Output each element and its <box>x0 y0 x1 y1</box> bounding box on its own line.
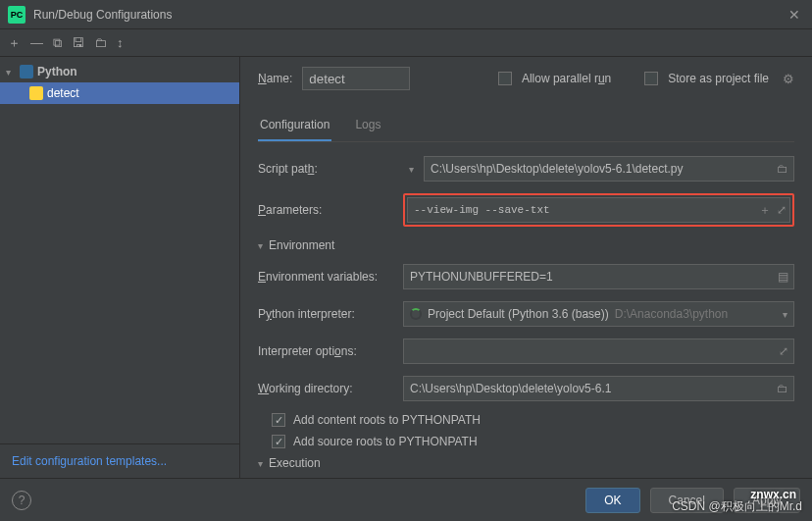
tree-item-label: detect <box>47 86 79 100</box>
config-toolbar: ＋ — ⧉ 🖫 🗀 ↕ <box>0 29 812 57</box>
store-project-checkbox[interactable] <box>644 72 658 85</box>
add-param-icon[interactable]: ＋ <box>759 202 771 219</box>
gear-icon[interactable]: ⚙ <box>783 72 794 86</box>
name-input[interactable] <box>302 67 410 90</box>
folder-icon[interactable]: 🗀 <box>94 35 107 50</box>
python-icon <box>20 65 33 78</box>
chevron-down-icon: ▾ <box>6 67 16 78</box>
copy-icon[interactable]: ⧉ <box>53 35 62 51</box>
working-dir-input[interactable] <box>403 376 794 401</box>
pycharm-logo-icon: PC <box>8 6 25 24</box>
tree-root-label: Python <box>37 65 77 78</box>
ok-button[interactable]: OK <box>585 488 639 513</box>
config-tree: ▾ Python detect <box>0 57 239 443</box>
save-icon[interactable]: 🖫 <box>72 35 84 50</box>
expand-icon[interactable]: ⤢ <box>777 203 787 217</box>
add-content-roots-checkbox[interactable] <box>272 413 285 427</box>
interp-opts-input[interactable] <box>403 339 794 364</box>
remove-icon[interactable]: — <box>30 35 43 50</box>
help-icon[interactable]: ? <box>12 491 31 510</box>
script-path-label: Script path: <box>258 162 403 176</box>
store-project-label: Store as project file <box>668 72 769 85</box>
parameters-label: Parameters: <box>258 203 403 217</box>
working-dir-label: Working directory: <box>258 382 403 395</box>
add-source-roots-checkbox[interactable] <box>272 435 285 448</box>
parameters-input[interactable] <box>407 197 790 223</box>
allow-parallel-checkbox[interactable] <box>498 72 512 85</box>
folder-browse-icon[interactable]: 🗀 <box>777 382 788 395</box>
close-icon[interactable]: ✕ <box>785 7 804 23</box>
loading-spinner-icon <box>410 308 422 320</box>
execution-section-header[interactable]: ▾ Execution <box>258 456 794 470</box>
tree-node-python[interactable]: ▾ Python <box>0 61 239 82</box>
allow-parallel-label: Allow parallel run <box>522 72 611 85</box>
watermark-author: CSDN @积极向上的Mr.d <box>672 498 802 515</box>
add-source-roots-label: Add source roots to PYTHONPATH <box>293 435 478 448</box>
tab-logs[interactable]: Logs <box>353 112 382 141</box>
chevron-down-icon[interactable]: ▾ <box>409 164 414 175</box>
script-path-input[interactable] <box>424 156 794 182</box>
name-label: NName:ame: <box>258 72 292 85</box>
interpreter-label: Python interpreter: <box>258 307 403 321</box>
title-bar: PC Run/Debug Configurations ✕ <box>0 0 812 29</box>
list-edit-icon[interactable]: ▤ <box>778 270 788 284</box>
tab-configuration[interactable]: Configuration <box>258 112 331 141</box>
config-tabs: Configuration Logs <box>258 112 794 142</box>
window-title: Run/Debug Configurations <box>33 8 172 22</box>
expand-icon[interactable]: ⤢ <box>779 344 788 358</box>
python-file-icon <box>29 86 43 100</box>
edit-templates-link[interactable]: Edit configuration templates... <box>0 443 239 478</box>
interp-opts-label: Interpreter options: <box>258 344 403 358</box>
config-content: NName:ame: Allow parallel run Store as p… <box>240 57 812 478</box>
env-vars-label: Environment variables: <box>258 270 403 284</box>
tree-node-detect[interactable]: detect <box>0 82 239 104</box>
environment-section-header[interactable]: ▾ Environment <box>258 238 794 252</box>
interpreter-dropdown[interactable]: Project Default (Python 3.6 (base)) D:\A… <box>403 301 794 327</box>
folder-browse-icon[interactable]: 🗀 <box>777 162 788 176</box>
chevron-down-icon: ▾ <box>258 458 263 469</box>
chevron-down-icon: ▾ <box>258 240 263 251</box>
add-content-roots-label: Add content roots to PYTHONPATH <box>293 413 481 427</box>
env-vars-input[interactable] <box>403 264 794 289</box>
chevron-down-icon: ▾ <box>783 309 787 320</box>
parameters-highlight: ＋ ⤢ <box>403 193 794 227</box>
add-icon[interactable]: ＋ <box>8 34 21 52</box>
sort-icon[interactable]: ↕ <box>117 35 124 50</box>
config-sidebar: ▾ Python detect Edit configuration templ… <box>0 57 240 478</box>
